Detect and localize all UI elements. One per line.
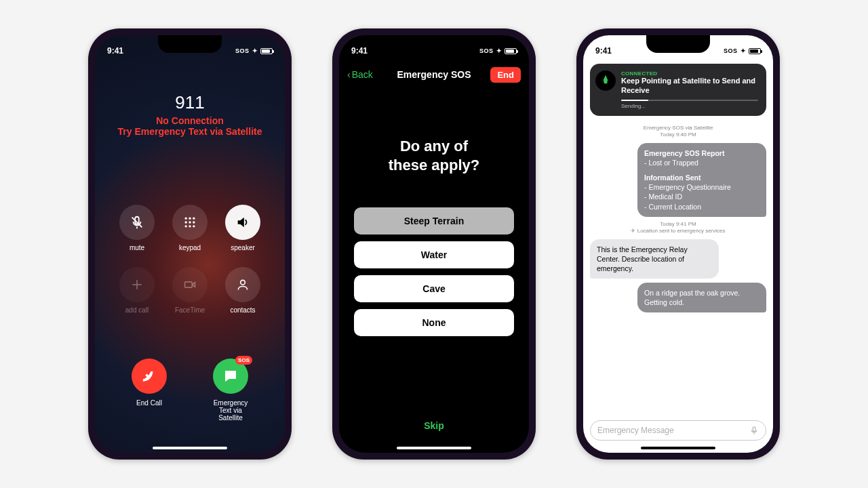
timestamp: Emergency SOS via Satellite Today 9:40 P… xyxy=(590,125,766,139)
timestamp: Today 9:41 PM ✈ Location sent to emergen… xyxy=(590,221,766,235)
satellite-icon: ✦ xyxy=(252,47,258,54)
hangup-icon xyxy=(140,367,158,385)
speaker-label: speaker xyxy=(231,244,255,251)
contacts-button[interactable] xyxy=(225,267,260,302)
svg-point-4 xyxy=(189,218,191,220)
end-call-button[interactable] xyxy=(132,359,167,394)
banner-sending: Sending... xyxy=(621,103,758,109)
emergency-satellite-label: Emergency Text via Satellite xyxy=(214,399,248,422)
battery-icon xyxy=(505,48,517,54)
svg-point-11 xyxy=(193,225,195,227)
status-time: 9:41 xyxy=(595,46,612,56)
chevron-left-icon: ‹ xyxy=(347,69,351,80)
notch xyxy=(402,35,466,53)
speaker-icon xyxy=(235,215,250,230)
satellite-direction-icon xyxy=(595,70,616,91)
banner-progress xyxy=(621,100,758,101)
home-indicator[interactable] xyxy=(397,447,471,449)
message-input[interactable]: Emergency Message xyxy=(590,420,766,441)
svg-point-9 xyxy=(185,225,187,227)
svg-point-8 xyxy=(193,221,195,223)
option-cave[interactable]: Cave xyxy=(354,275,514,302)
speaker-button[interactable] xyxy=(225,205,260,240)
svg-point-16 xyxy=(604,80,608,84)
svg-point-3 xyxy=(185,218,187,220)
back-button[interactable]: ‹ Back xyxy=(347,69,373,80)
contacts-icon xyxy=(236,278,250,291)
add-call-label: add call xyxy=(125,306,149,314)
emergency-satellite-button[interactable]: SOS xyxy=(213,359,248,394)
call-number: 911 xyxy=(95,92,285,113)
mute-icon xyxy=(130,215,144,230)
question-text: Do any of these apply? xyxy=(339,137,529,174)
add-call-button[interactable] xyxy=(119,267,155,302)
video-icon xyxy=(183,278,197,291)
mute-label: mute xyxy=(130,244,144,251)
satellite-banner: CONNECTED Keep Pointing at Satellite to … xyxy=(590,64,766,116)
message-placeholder: Emergency Message xyxy=(597,426,674,435)
svg-point-6 xyxy=(185,221,187,223)
facetime-label: FaceTime xyxy=(175,306,205,314)
outgoing-report-bubble: Emergency SOS Report - Lost or Trapped I… xyxy=(637,143,766,217)
skip-button[interactable]: Skip xyxy=(339,420,529,431)
status-time: 9:41 xyxy=(107,46,123,56)
end-button[interactable]: End xyxy=(490,67,521,83)
notch xyxy=(646,35,710,53)
call-status-line1: No Connection xyxy=(95,115,285,126)
svg-rect-14 xyxy=(185,282,193,287)
battery-icon xyxy=(260,48,273,54)
sos-badge: SOS xyxy=(235,356,252,365)
end-call-label: End Call xyxy=(136,399,162,407)
contacts-label: contacts xyxy=(230,306,255,314)
svg-point-10 xyxy=(189,225,191,227)
phone-call-screen: 9:41 SOS ✦ 911 No Connection Try Emergen… xyxy=(88,28,292,460)
phone-questionnaire-screen: 9:41 SOS ✦ ‹ Back Emergency SOS End Do a… xyxy=(332,28,536,460)
message-thread[interactable]: Emergency SOS via Satellite Today 9:40 P… xyxy=(583,122,773,418)
message-icon xyxy=(222,368,239,384)
home-indicator[interactable] xyxy=(641,447,715,449)
notch xyxy=(158,35,222,53)
plus-icon xyxy=(130,278,144,291)
call-status-line2: Try Emergency Text via Satellite xyxy=(95,126,285,137)
option-water[interactable]: Water xyxy=(354,241,514,268)
mic-icon[interactable] xyxy=(749,426,759,435)
keypad-button[interactable] xyxy=(172,205,208,240)
option-steep-terrain[interactable]: Steep Terrain xyxy=(354,207,514,235)
keypad-icon xyxy=(183,216,197,229)
incoming-bubble: This is the Emergency Relay Center. Desc… xyxy=(590,239,719,279)
status-sos: SOS xyxy=(235,47,250,54)
options-list: Steep Terrain Water Cave None xyxy=(354,207,514,336)
nav-title: Emergency SOS xyxy=(397,69,471,80)
outgoing-reply-bubble: On a ridge past the oak grove. Getting c… xyxy=(637,283,766,312)
battery-icon xyxy=(749,48,761,54)
banner-status: CONNECTED xyxy=(621,70,758,77)
svg-rect-17 xyxy=(753,427,755,432)
back-label: Back xyxy=(352,69,373,80)
svg-point-15 xyxy=(241,280,245,285)
mute-button[interactable] xyxy=(119,205,155,240)
banner-title: Keep Pointing at Satellite to Send and R… xyxy=(621,77,758,96)
phone-messages-screen: 9:41 SOS ✦ CONNECTED Keep Pointing at Sa… xyxy=(576,28,780,460)
status-sos: SOS xyxy=(724,47,738,54)
svg-point-7 xyxy=(189,221,191,223)
facetime-button[interactable] xyxy=(172,267,208,302)
satellite-icon: ✦ xyxy=(741,47,747,54)
keypad-label: keypad xyxy=(179,244,201,251)
home-indicator[interactable] xyxy=(153,447,227,449)
satellite-icon: ✦ xyxy=(496,47,502,54)
svg-point-5 xyxy=(193,218,195,220)
option-none[interactable]: None xyxy=(354,309,514,336)
status-time: 9:41 xyxy=(351,46,368,56)
status-sos: SOS xyxy=(479,47,494,54)
